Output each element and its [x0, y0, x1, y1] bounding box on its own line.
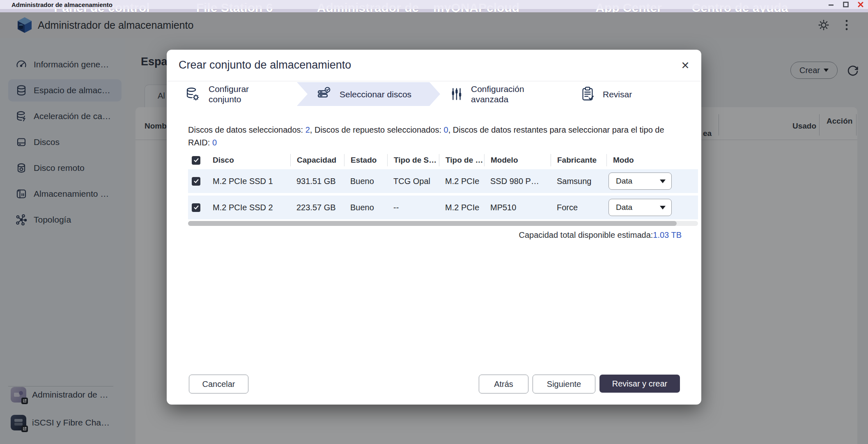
cell-capacidad: 223.57 GB — [290, 203, 344, 212]
column-header-tipo[interactable]: Tipo de … — [439, 154, 484, 166]
cancel-button[interactable]: Cancelar — [189, 375, 248, 393]
sliders-icon — [450, 85, 464, 103]
disks-check-icon — [315, 85, 332, 103]
mode-dropdown-value: Data — [616, 203, 660, 212]
dialog-title: Crear conjunto de almacenamiento — [179, 59, 351, 71]
step-revisar[interactable]: Revisar — [580, 82, 632, 106]
chevron-down-icon — [660, 179, 666, 183]
step-label: Configuraciónavanzada — [471, 84, 524, 104]
create-pool-dialog: Crear conjunto de almacenamiento ✕ Confi… — [167, 50, 701, 405]
disk-table-header: Disco Capacidad Estado Tipo de S… Tipo d… — [188, 153, 698, 168]
step-configurar-conjunto[interactable]: Configurarconjunto — [184, 82, 249, 106]
cell-capacidad: 931.51 GB — [290, 177, 344, 186]
column-header-modo[interactable]: Modo — [606, 154, 698, 166]
column-header-modelo[interactable]: Modelo — [484, 154, 551, 166]
row-checkbox[interactable] — [192, 203, 200, 212]
back-button[interactable]: Atrás — [479, 375, 528, 393]
cell-disco: M.2 PCIe SSD 1 — [213, 177, 290, 186]
select-all-checkbox[interactable] — [192, 156, 200, 165]
horizontal-scrollbar[interactable] — [188, 221, 698, 226]
step-label: Configurarconjunto — [209, 84, 249, 104]
column-header-estado[interactable]: Estado — [344, 154, 387, 166]
capacity-value: 1.03 TB — [653, 230, 682, 239]
window-title: Administrador de almacenamiento — [11, 1, 113, 8]
cell-tipo: M.2 PCIe — [439, 177, 484, 186]
horizontal-scrollbar-thumb[interactable] — [188, 221, 677, 226]
cell-tipo: M.2 PCIe — [439, 203, 484, 212]
cell-fabricante: Force — [551, 203, 606, 212]
column-header-disco[interactable]: Disco — [213, 154, 290, 166]
disk-row[interactable]: M.2 PCIe SSD 2 223.57 GB Bueno -- M.2 PC… — [188, 196, 698, 219]
screen: Panel de control File Station 6 Administ… — [0, 0, 868, 444]
data-count: 2 — [305, 125, 310, 134]
capacity-label: Capacidad total disponible estimada: — [519, 230, 653, 239]
cell-disco: M.2 PCIe SSD 2 — [213, 203, 290, 212]
window-titlebar: Administrador de almacenamiento — [0, 0, 868, 9]
column-header-capacidad[interactable]: Capacidad — [290, 154, 344, 166]
step-label: Seleccionar discos — [340, 89, 411, 99]
close-icon[interactable]: ✕ — [679, 59, 692, 72]
review-create-button[interactable]: Revisar y crear — [599, 375, 680, 393]
cell-modelo: MP510 — [484, 203, 551, 212]
spare-count: 0 — [444, 125, 448, 134]
step-label: Revisar — [603, 89, 632, 99]
mode-dropdown[interactable]: Data — [609, 199, 672, 216]
step-seleccionar-discos[interactable]: Seleccionar discos — [315, 82, 411, 106]
maximize-button-icon[interactable] — [843, 1, 849, 8]
cell-modelo: SSD 980 P… — [484, 177, 551, 186]
column-header-tipo-s[interactable]: Tipo de S… — [387, 154, 439, 166]
next-button[interactable]: Siguiente — [533, 375, 595, 393]
close-window-icon[interactable] — [857, 1, 864, 8]
minimize-button-icon[interactable] — [828, 1, 834, 8]
selection-summary: Discos de datos seleccionados: 2, Discos… — [188, 124, 677, 149]
pool-gear-icon — [184, 85, 201, 103]
remaining-count: 0 — [212, 138, 217, 147]
row-checkbox[interactable] — [192, 177, 200, 186]
mode-dropdown[interactable]: Data — [609, 173, 672, 190]
mode-dropdown-value: Data — [616, 177, 660, 186]
clipboard-check-icon — [580, 85, 595, 103]
dialog-header-divider — [167, 81, 701, 81]
cell-estado: Bueno — [344, 177, 387, 186]
cell-fabricante: Samsung — [551, 177, 606, 186]
disk-row[interactable]: M.2 PCIe SSD 1 931.51 GB Bueno TCG Opal … — [188, 169, 698, 193]
column-header-fabricante[interactable]: Fabricante — [551, 154, 606, 166]
cell-estado: Bueno — [344, 203, 387, 212]
step-configuracion-avanzada[interactable]: Configuraciónavanzada — [450, 82, 524, 106]
cell-tipo-s: TCG Opal — [387, 177, 439, 186]
chevron-down-icon — [660, 206, 666, 209]
capacity-summary: Capacidad total disponible estimada:1.03… — [519, 230, 682, 240]
cell-tipo-s: -- — [387, 203, 439, 212]
